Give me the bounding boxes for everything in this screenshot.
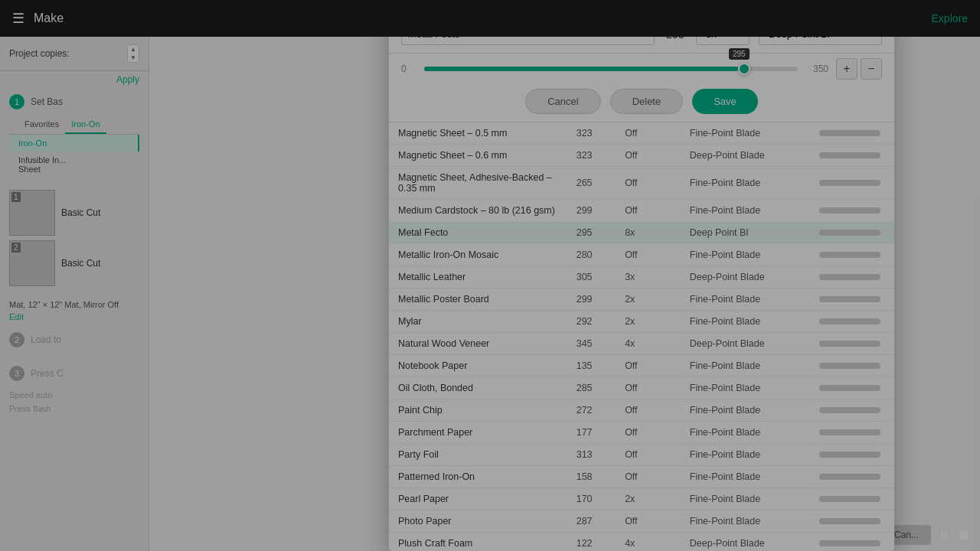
modal-overlay <box>0 0 980 551</box>
